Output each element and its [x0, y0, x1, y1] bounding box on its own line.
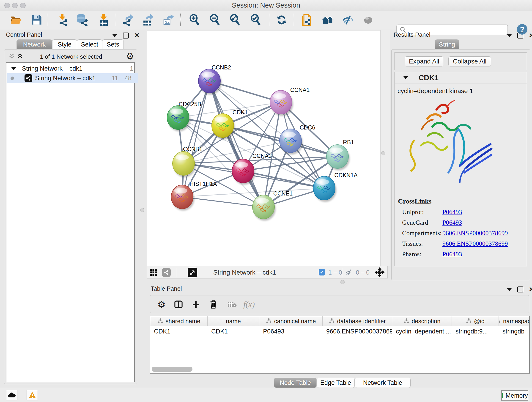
zoom-window-button[interactable] [20, 3, 26, 8]
table-cell[interactable]: CDK1 [150, 328, 208, 335]
horizontal-scrollbar[interactable] [151, 367, 527, 372]
tab-network[interactable]: Network [17, 39, 52, 50]
splitter-handle[interactable] [341, 280, 345, 284]
zoom-selected-icon[interactable] [248, 13, 263, 27]
export-table-icon[interactable] [140, 13, 155, 27]
crosshair-icon[interactable] [375, 267, 385, 277]
expander-icon[interactable] [11, 67, 17, 70]
undock-panel-icon[interactable] [517, 32, 523, 38]
network-graph[interactable]: CCNB2CCNA1CDC25BCDK1CDC6RB1CCNB1CCNA2CDK… [147, 31, 380, 266]
minimize-window-button[interactable] [12, 3, 18, 8]
tab-network-table[interactable]: Network Table [355, 378, 411, 388]
houses-icon[interactable] [320, 13, 335, 27]
crosslink-value-link[interactable]: P06493 [443, 208, 462, 216]
tab-string[interactable]: String [435, 39, 459, 50]
cloud-button[interactable] [6, 390, 17, 400]
memory-button[interactable]: Memory [501, 390, 528, 401]
tab-select[interactable]: Select [77, 39, 102, 50]
protein-card-header[interactable]: CDK1 [395, 72, 527, 83]
table-row[interactable]: CDK1CDK1P064939606.ENSP00000378699cyclin… [150, 326, 529, 337]
expand-all-button[interactable]: Expand All [405, 56, 443, 66]
network-node-CCNB2[interactable]: CCNB2 [198, 64, 231, 95]
grid-icon[interactable] [150, 269, 157, 276]
column-header-database-identifier[interactable]: database identifier [323, 316, 392, 326]
crosslink-value-link[interactable]: P06493 [443, 250, 462, 258]
crosslink-value-link[interactable]: 9606.ENSP00000378699 [443, 230, 508, 237]
tab-sets[interactable]: Sets [102, 39, 124, 50]
undock-panel-icon[interactable] [517, 287, 523, 293]
close-panel-icon[interactable] [134, 33, 139, 38]
export-network-icon[interactable] [120, 13, 135, 27]
tab-node-table[interactable]: Node Table [274, 378, 317, 388]
expand-all-chevron-icon[interactable] [17, 53, 23, 60]
splitter-handle[interactable] [140, 208, 144, 212]
gear-icon[interactable]: ⚙ [126, 51, 134, 61]
add-column-icon[interactable] [190, 298, 202, 311]
columns-icon[interactable] [172, 298, 185, 311]
selected-checkbox[interactable] [319, 269, 325, 275]
network-edge[interactable] [209, 81, 264, 207]
network-collection-row[interactable]: String Network – cdk1 1 [11, 64, 139, 73]
refresh-layout-icon[interactable] [274, 13, 289, 27]
network-row-selected[interactable]: String Network – cdk1 11 48 [7, 73, 138, 83]
splitter-handle[interactable] [381, 151, 385, 155]
float-panel-icon[interactable] [507, 288, 512, 291]
close-panel-icon[interactable] [529, 287, 532, 292]
column-header-namespace[interactable]: namespace [499, 316, 530, 326]
zoom-fit-icon[interactable] [228, 13, 243, 27]
navigator-icon[interactable] [188, 268, 197, 277]
import-network-file-icon[interactable] [55, 13, 70, 27]
share-icon[interactable] [162, 268, 171, 277]
close-panel-icon[interactable] [529, 33, 532, 38]
zoom-in-icon[interactable] [187, 13, 202, 27]
collapse-section-icon[interactable] [403, 76, 409, 79]
function-icon[interactable]: f(x) [243, 298, 255, 311]
table-cell[interactable]: P06493 [259, 328, 323, 335]
network-edge[interactable] [182, 81, 209, 197]
column-header-shared-name[interactable]: shared name [150, 316, 208, 326]
eye-hide-icon[interactable] [340, 13, 355, 27]
network-view[interactable]: CCNB2CCNA1CDC25BCDK1CDC6RB1CCNB1CCNA2CDK… [147, 30, 380, 266]
column-header-name[interactable]: name [208, 316, 259, 326]
network-node-HIST1H1A[interactable]: HIST1H1A [171, 181, 217, 211]
documents-share-icon[interactable] [299, 13, 315, 27]
network-node-CDC6[interactable]: CDC6 [279, 124, 315, 154]
delete-table-icon[interactable] [226, 298, 239, 311]
scrollbar-thumb[interactable] [152, 367, 192, 372]
eye-slash-icon[interactable] [345, 269, 353, 276]
table-cell[interactable]: cyclin–dependent ... [392, 328, 452, 335]
close-window-button[interactable] [4, 3, 10, 8]
column-header--id[interactable]: @id [452, 316, 499, 326]
gear-icon[interactable] [155, 298, 168, 311]
export-image-icon[interactable] [161, 13, 176, 27]
table-cell[interactable]: stringdb [499, 328, 530, 335]
network-node-CCNA1[interactable]: CCNA1 [270, 87, 310, 116]
network-node-CDK1[interactable]: CDK1 [212, 109, 248, 139]
open-file-icon[interactable] [8, 13, 23, 27]
network-node-CDKN1A[interactable]: CDKN1A [313, 172, 358, 202]
table-cell[interactable]: stringdb:9... [452, 328, 499, 335]
save-session-icon[interactable] [29, 13, 44, 27]
import-network-database-icon[interactable] [75, 13, 90, 27]
float-panel-icon[interactable] [507, 34, 512, 37]
import-table-file-icon[interactable] [96, 13, 111, 27]
crosslink-value-link[interactable]: 9606.ENSP00000378699 [443, 240, 508, 247]
column-header-canonical-name[interactable]: canonical name [259, 316, 323, 326]
collapse-all-button[interactable]: Collapse All [448, 56, 491, 66]
tab-edge-table[interactable]: Edge Table [317, 378, 355, 388]
network-node-CCNB1[interactable]: CCNB1 [172, 146, 202, 177]
undock-panel-icon[interactable] [123, 32, 129, 38]
delete-column-icon[interactable] [207, 298, 220, 311]
network-edge[interactable] [182, 197, 264, 207]
eye-icon[interactable] [361, 13, 376, 27]
network-node-CDC25B[interactable]: CDC25B [167, 101, 201, 131]
table-cell[interactable]: 9606.ENSP00000378699 [323, 328, 392, 335]
crosslink-value-link[interactable]: P06493 [443, 219, 462, 226]
warning-button[interactable] [27, 390, 38, 400]
float-panel-icon[interactable] [112, 34, 117, 37]
collapse-all-chevron-icon[interactable] [8, 53, 15, 60]
column-header-description[interactable]: description [392, 316, 452, 326]
tab-style[interactable]: Style [52, 39, 77, 50]
network-node-RB1[interactable]: RB1 [326, 139, 354, 170]
zoom-out-icon[interactable] [207, 13, 222, 27]
